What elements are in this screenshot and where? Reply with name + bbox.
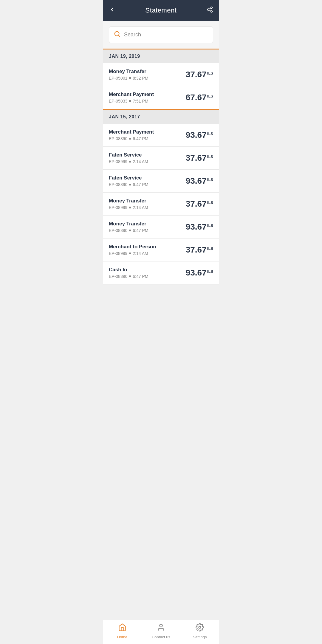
transaction-meta: EP-089992:14 AM — [109, 159, 186, 164]
transaction-title: Money Transfer — [109, 221, 186, 227]
transaction-currency: ILS — [207, 246, 213, 251]
svg-point-7 — [160, 624, 162, 627]
transaction-amount: 67.67 — [186, 93, 207, 102]
transaction-meta: EP-089992:14 AM — [109, 205, 186, 210]
transaction-time: 6:47 PM — [133, 136, 148, 141]
transaction-item[interactable]: Cash InEP-083906:47 PM93.67ILS — [103, 261, 219, 284]
transaction-amount: 93.67 — [186, 130, 207, 140]
meta-separator — [129, 275, 131, 277]
home-icon — [118, 623, 126, 634]
contact-icon — [157, 623, 165, 634]
date-section-0: JAN 19, 2019 — [103, 49, 219, 63]
transaction-right: 93.67ILS — [186, 176, 213, 186]
search-icon — [114, 31, 120, 39]
meta-separator — [129, 161, 131, 162]
svg-point-8 — [199, 626, 201, 628]
meta-separator — [129, 207, 131, 208]
transaction-ref: EP-08390 — [109, 182, 127, 187]
transaction-item[interactable]: Merchant PaymentEP-050337:51 PM67.67ILS — [103, 86, 219, 109]
transaction-time: 2:14 AM — [133, 205, 148, 210]
transaction-currency: ILS — [207, 200, 213, 205]
back-button[interactable] — [109, 6, 120, 15]
search-input[interactable] — [124, 32, 208, 38]
nav-contact[interactable]: Contact us — [142, 623, 180, 639]
transaction-amount: 93.67 — [186, 176, 207, 186]
nav-home-label: Home — [117, 635, 128, 639]
transaction-time: 8:32 PM — [133, 76, 148, 80]
transaction-left: Faten ServiceEP-089992:14 AM — [109, 152, 186, 164]
transaction-currency: ILS — [207, 131, 213, 136]
transactions-content: JAN 19, 2019Money TransferEP-050018:32 P… — [103, 49, 219, 308]
transaction-meta: EP-050018:32 PM — [109, 76, 186, 80]
meta-separator — [129, 77, 131, 79]
transaction-ref: EP-08999 — [109, 205, 127, 210]
transaction-currency: ILS — [207, 71, 213, 75]
transaction-left: Merchant to PersonEP-089992:14 AM — [109, 244, 186, 256]
transaction-title: Merchant Payment — [109, 129, 186, 135]
nav-settings-label: Settings — [193, 635, 207, 639]
transaction-item[interactable]: Money TransferEP-089992:14 AM37.67ILS — [103, 193, 219, 216]
transaction-title: Faten Service — [109, 175, 186, 181]
share-button[interactable] — [202, 6, 213, 15]
date-label: JAN 19, 2019 — [109, 54, 140, 59]
transaction-item[interactable]: Merchant PaymentEP-083906:47 PM93.67ILS — [103, 124, 219, 147]
transaction-item[interactable]: Faten ServiceEP-083906:47 PM93.67ILS — [103, 170, 219, 193]
transaction-time: 2:14 AM — [133, 159, 148, 164]
meta-separator — [129, 184, 131, 185]
transaction-currency: ILS — [207, 177, 213, 182]
transaction-left: Money TransferEP-083906:47 PM — [109, 221, 186, 233]
transaction-item[interactable]: Money TransferEP-050018:32 PM37.67ILS — [103, 63, 219, 86]
transaction-title: Merchant Payment — [109, 92, 186, 97]
transaction-time: 6:47 PM — [133, 182, 148, 187]
transaction-left: Money TransferEP-089992:14 AM — [109, 198, 186, 210]
transaction-meta: EP-083906:47 PM — [109, 136, 186, 141]
transaction-currency: ILS — [207, 154, 213, 159]
transaction-ref: EP-08390 — [109, 228, 127, 233]
transaction-title: Faten Service — [109, 152, 186, 158]
transaction-currency: ILS — [207, 269, 213, 274]
transaction-title: Money Transfer — [109, 69, 186, 75]
meta-separator — [129, 253, 131, 254]
transaction-meta: EP-083906:47 PM — [109, 182, 186, 187]
transaction-meta: EP-050337:51 PM — [109, 99, 186, 103]
transaction-title: Merchant to Person — [109, 244, 186, 250]
transaction-left: Money TransferEP-050018:32 PM — [109, 69, 186, 80]
transaction-amount: 37.67 — [186, 199, 207, 209]
transaction-amount: 37.67 — [186, 70, 207, 79]
meta-separator — [129, 230, 131, 231]
transaction-left: Faten ServiceEP-083906:47 PM — [109, 175, 186, 187]
transaction-currency: ILS — [207, 94, 213, 98]
transaction-title: Money Transfer — [109, 198, 186, 204]
transaction-ref: EP-08999 — [109, 159, 127, 164]
transaction-right: 37.67ILS — [186, 70, 213, 79]
transaction-meta: EP-083906:47 PM — [109, 274, 186, 279]
meta-separator — [129, 138, 131, 140]
nav-home[interactable]: Home — [103, 623, 142, 639]
transaction-item[interactable]: Merchant to PersonEP-089992:14 AM37.67IL… — [103, 239, 219, 261]
transaction-right: 93.67ILS — [186, 222, 213, 232]
transaction-ref: EP-05033 — [109, 99, 127, 103]
transaction-amount: 93.67 — [186, 222, 207, 232]
svg-line-4 — [209, 8, 211, 9]
date-section-1: JAN 15, 2017 — [103, 109, 219, 124]
transaction-item[interactable]: Money TransferEP-083906:47 PM93.67ILS — [103, 216, 219, 239]
transaction-left: Merchant PaymentEP-083906:47 PM — [109, 129, 186, 141]
transaction-right: 67.67ILS — [186, 93, 213, 102]
transaction-amount: 37.67 — [186, 153, 207, 163]
search-box[interactable] — [109, 26, 213, 43]
transaction-right: 93.67ILS — [186, 130, 213, 140]
app-header: Statement — [103, 0, 219, 21]
transaction-time: 6:47 PM — [133, 228, 148, 233]
svg-line-6 — [118, 35, 120, 36]
transaction-item[interactable]: Faten ServiceEP-089992:14 AM37.67ILS — [103, 147, 219, 170]
transaction-amount: 37.67 — [186, 245, 207, 255]
date-label: JAN 15, 2017 — [109, 114, 140, 119]
transaction-amount: 93.67 — [186, 268, 207, 278]
nav-contact-label: Contact us — [152, 635, 170, 639]
settings-icon — [196, 623, 204, 634]
bottom-navigation: Home Contact us Settings — [103, 620, 219, 644]
transaction-right: 37.67ILS — [186, 199, 213, 209]
svg-line-3 — [209, 10, 211, 11]
nav-settings[interactable]: Settings — [180, 623, 219, 639]
transaction-meta: EP-089992:14 AM — [109, 251, 186, 256]
